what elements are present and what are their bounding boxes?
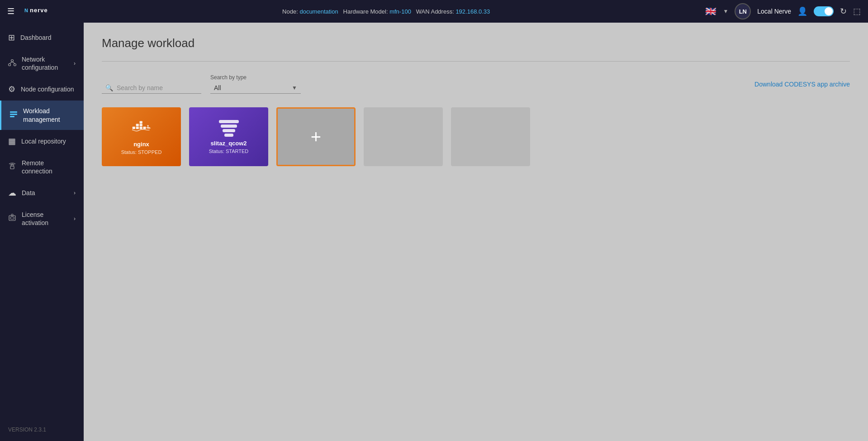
workload-card-empty-1: [364, 107, 443, 166]
node-info: Node: documentation Hardware Model: mfn-…: [72, 8, 700, 15]
main-content: Manage workload 🔍 Search by type All Doc…: [84, 23, 868, 441]
ln-avatar: LN: [735, 3, 751, 19]
svg-point-5: [14, 63, 16, 66]
sidebar-label-license: License activation: [22, 211, 68, 227]
docker-icon: [132, 119, 152, 141]
add-new-icon: +: [311, 127, 321, 147]
remote-icon: [8, 162, 16, 172]
language-chevron[interactable]: ▼: [723, 8, 728, 14]
download-codesys-link[interactable]: Download CODESYS app archive: [754, 81, 850, 88]
svg-rect-20: [139, 124, 142, 126]
wan-link[interactable]: 192.168.0.33: [455, 8, 490, 15]
workload-icon: [9, 110, 18, 120]
nginx-card-status: Status: STOPPED: [121, 149, 162, 155]
license-arrow: ›: [74, 216, 76, 222]
sidebar-item-network-configuration[interactable]: Network configuration ›: [0, 49, 84, 78]
slitaz-layer-1: [219, 120, 239, 123]
sidebar-label-dashboard: Dashboard: [20, 34, 52, 42]
refresh-icon[interactable]: ↻: [840, 6, 847, 16]
license-icon: [8, 214, 16, 224]
sidebar-label-remote: Remote connection: [22, 159, 76, 175]
svg-rect-18: [143, 126, 146, 129]
sidebar-item-data[interactable]: ☁ Data ›: [0, 182, 84, 204]
type-filter-dropdown[interactable]: All Docker VM CODESYS: [214, 84, 288, 91]
sidebar-item-dashboard[interactable]: ⊞ Dashboard: [0, 26, 84, 49]
search-input[interactable]: [117, 84, 198, 91]
svg-text:N: N: [24, 8, 28, 13]
sidebar: ⊞ Dashboard Network configuration › ⚙ No…: [0, 23, 84, 441]
workload-card-empty-2: [451, 107, 530, 166]
workload-card-nginx[interactable]: nginx Status: STOPPED: [102, 107, 181, 166]
svg-rect-21: [139, 121, 142, 123]
svg-rect-8: [10, 111, 17, 113]
menu-icon[interactable]: ☰: [7, 6, 14, 16]
svg-rect-13: [10, 217, 14, 219]
svg-point-4: [9, 63, 11, 66]
svg-line-6: [9, 62, 12, 63]
type-filter-select[interactable]: All Docker VM CODESYS ▼: [210, 82, 301, 94]
svg-rect-10: [10, 116, 14, 117]
search-box: 🔍: [102, 82, 201, 94]
workload-card-slitaz[interactable]: slitaz_qcow2 Status: STARTED: [189, 107, 268, 166]
repo-icon: ▦: [8, 136, 16, 146]
slitaz-layer-4: [224, 134, 233, 137]
type-filter-label: Search by type: [210, 74, 301, 81]
local-nerve-label: Local Nerve: [757, 8, 791, 15]
svg-rect-9: [10, 114, 17, 115]
logout-icon[interactable]: ⬚: [853, 6, 861, 16]
sidebar-version: VERSION 2.3.1: [0, 418, 84, 441]
dashboard-icon: ⊞: [8, 33, 15, 43]
data-arrow: ›: [74, 190, 76, 196]
type-filter: Search by type All Docker VM CODESYS ▼: [210, 74, 301, 94]
svg-rect-12: [9, 216, 15, 220]
data-icon: ☁: [8, 188, 16, 198]
sidebar-label-workload: Workload management: [23, 107, 76, 123]
svg-rect-16: [136, 126, 138, 129]
language-flag[interactable]: 🇬🇧: [705, 6, 716, 17]
sidebar-item-workload-management[interactable]: Workload management: [0, 101, 84, 129]
svg-rect-15: [132, 126, 135, 129]
slitaz-icon: [219, 120, 239, 137]
svg-text:nerve: nerve: [30, 7, 48, 14]
svg-rect-19: [136, 124, 138, 126]
sidebar-label-repo: Local repository: [21, 137, 66, 145]
svg-rect-11: [10, 166, 14, 169]
sidebar-item-remote-connection[interactable]: Remote connection: [0, 153, 84, 182]
title-divider: [102, 61, 850, 62]
sidebar-label-network: Network configuration: [22, 55, 68, 72]
sidebar-item-license-activation[interactable]: License activation ›: [0, 204, 84, 233]
node-icon: ⚙: [8, 84, 15, 94]
dropdown-arrow-icon: ▼: [292, 85, 297, 91]
topbar-right: 🇬🇧 ▼ LN Local Nerve 👤 ↻ ⬚: [705, 3, 861, 19]
svg-point-3: [11, 59, 14, 62]
app-logo: N nerve: [22, 4, 58, 19]
workload-card-add-new[interactable]: +: [276, 107, 356, 166]
page-title: Manage workload: [102, 36, 850, 50]
main-layout: ⊞ Dashboard Network configuration › ⚙ No…: [0, 23, 868, 441]
topbar: ☰ N nerve Node: documentation Hardware M…: [0, 0, 868, 23]
network-arrow: ›: [74, 60, 76, 67]
mode-toggle[interactable]: [814, 6, 834, 16]
hardware-link[interactable]: mfn-100: [389, 8, 411, 15]
svg-point-22: [147, 125, 149, 127]
svg-line-7: [12, 62, 15, 63]
search-icon: 🔍: [105, 84, 113, 91]
slitaz-layer-2: [221, 125, 237, 128]
svg-rect-17: [139, 126, 142, 129]
filters-row: 🔍 Search by type All Docker VM CODESYS ▼…: [102, 74, 850, 94]
sidebar-label-node: Node configuration: [21, 85, 74, 93]
workload-cards-grid: nginx Status: STOPPED slitaz_qcow2 Statu…: [102, 107, 850, 166]
slitaz-layer-3: [223, 129, 235, 132]
network-icon: [8, 58, 16, 69]
sidebar-item-local-repository[interactable]: ▦ Local repository: [0, 130, 84, 153]
user-icon[interactable]: 👤: [797, 6, 807, 16]
slitaz-card-status: Status: STARTED: [209, 149, 249, 154]
node-link[interactable]: documentation: [299, 8, 338, 15]
nginx-card-name: nginx: [133, 141, 149, 148]
slitaz-card-name: slitaz_qcow2: [210, 140, 247, 147]
sidebar-item-node-configuration[interactable]: ⚙ Node configuration: [0, 78, 84, 101]
sidebar-label-data: Data: [22, 189, 35, 197]
